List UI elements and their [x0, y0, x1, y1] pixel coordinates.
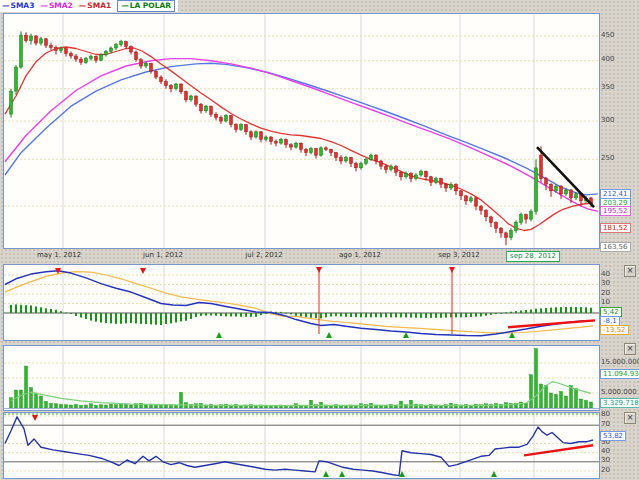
date-label: jul 2, 2012: [245, 251, 282, 260]
y-axis-label: 70: [601, 421, 610, 428]
last-value-box: 3.329.718,93: [600, 398, 639, 408]
legend-label: SMA2: [49, 1, 73, 11]
date-label: jun 1, 2012: [143, 251, 183, 260]
last-value-box: 11.094.930: [600, 369, 639, 379]
legend-label: SMA3: [11, 1, 35, 11]
legend-line-swatch: —: [121, 1, 129, 11]
y-axis-label: 20: [601, 467, 610, 474]
price-chart-panel: [3, 13, 600, 249]
legend-line-swatch: —: [40, 1, 48, 11]
last-value-box: 53,82: [600, 431, 626, 441]
y-axis-label: 400: [601, 56, 614, 63]
date-label: ago 1, 2012: [339, 251, 381, 260]
legend-item-sma1[interactable]: —SMA1: [79, 1, 111, 11]
y-axis-label: 250: [601, 155, 614, 162]
last-value-box: -13,52: [600, 325, 629, 335]
macd-panel: [3, 264, 600, 341]
close-icon[interactable]: ×: [624, 343, 636, 355]
legend-bar: —SMA3—SMA2—SMA1—LA POLAR: [0, 0, 178, 12]
legend-item-sma3[interactable]: —SMA3: [2, 1, 34, 11]
y-axis-label: 40: [601, 271, 610, 278]
y-axis-label: 30: [601, 457, 610, 464]
last-value-box: 181,52: [600, 223, 631, 233]
legend-label: SMA1: [87, 1, 111, 11]
last-value-box: 163,56: [600, 242, 631, 252]
volume-panel: [3, 345, 600, 411]
close-icon[interactable]: ×: [624, 265, 636, 277]
y-axis-label: 300: [601, 117, 614, 124]
legend-line-swatch: —: [2, 1, 10, 11]
legend-label: LA POLAR: [130, 1, 171, 11]
close-icon[interactable]: ×: [624, 412, 636, 424]
y-axis-label: 5.000.000: [601, 389, 637, 396]
date-label-selected[interactable]: sep 28, 2012: [506, 251, 560, 262]
y-axis-label: 15.000.000: [601, 359, 639, 366]
y-axis-label: 20: [601, 290, 610, 297]
rsi-panel: [3, 412, 600, 479]
legend-item-la-polar[interactable]: —LA POLAR: [117, 0, 175, 12]
chart-application: —SMA3—SMA2—SMA1—LA POLAR may 1, 2012jun …: [0, 0, 639, 480]
last-value-box: 195,52: [600, 206, 631, 216]
y-axis-label: 80: [601, 411, 610, 418]
y-axis-label: 30: [601, 280, 610, 287]
y-axis-label: 40: [601, 448, 610, 455]
date-label: sep 3, 2012: [438, 251, 479, 260]
date-label: may 1, 2012: [37, 251, 81, 260]
y-axis-label: 350: [601, 84, 614, 91]
y-axis-label: 450: [601, 32, 614, 39]
legend-line-swatch: —: [79, 1, 87, 11]
y-axis-label: 10: [601, 299, 610, 306]
legend-item-sma2[interactable]: —SMA2: [40, 1, 72, 11]
